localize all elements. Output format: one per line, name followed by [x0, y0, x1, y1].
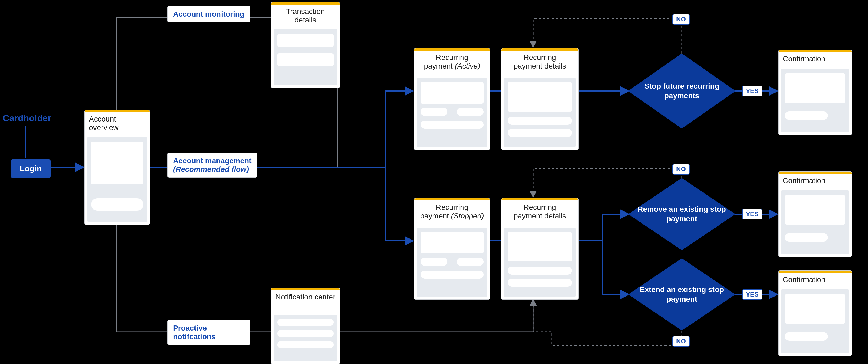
tag-no: NO [673, 164, 689, 174]
tag-yes: YES [742, 289, 763, 300]
card-recurring-active: Recurring payment (Active) [414, 48, 490, 150]
step-label: Proactive notifcations [173, 324, 216, 341]
decision-label: Stop future recurring payments [628, 54, 735, 129]
card-title: Recurring payment (Active) [418, 53, 486, 70]
decision-extend-stop: Extend an existing stop payment [628, 258, 735, 331]
decision-label: Remove an existing stop payment [628, 178, 735, 250]
tag-yes: YES [742, 209, 763, 220]
decision-stop-future: Stop future recurring payments [628, 54, 735, 129]
card-recurring-details-bottom: Recurringpayment details [501, 198, 579, 300]
card-transaction-details: Transaction details [271, 2, 340, 88]
card-accent [85, 110, 150, 112]
card-recurring-details-top: Recurringpayment details [501, 48, 579, 150]
flow-diagram: Cardholder Login Account overview Accoun… [0, 0, 868, 364]
decision-remove-stop: Remove an existing stop payment [628, 178, 735, 250]
card-recurring-stopped: Recurring payment (Stopped) [414, 198, 490, 300]
card-title: Confirmation [783, 275, 847, 284]
login-node: Login [11, 159, 51, 178]
card-title: Account overview [89, 115, 146, 132]
card-title: Recurringpayment details [505, 203, 574, 220]
step-label-line1: Account management [173, 157, 252, 165]
card-confirmation-1: Confirmation [778, 49, 852, 135]
card-title: Confirmation [783, 55, 847, 63]
actor-label: Cardholder [3, 112, 51, 124]
tag-no: NO [673, 14, 689, 25]
step-label: Account monitoring [173, 10, 244, 18]
tag-yes: YES [742, 86, 763, 96]
step-proactive-notifications: Proactive notifcations [167, 320, 250, 345]
card-body [87, 137, 147, 222]
step-account-monitoring: Account monitoring [167, 6, 250, 23]
card-title: Recurring payment (Stopped) [418, 203, 486, 220]
decision-label: Extend an existing stop payment [628, 258, 735, 331]
card-confirmation-3: Confirmation [778, 270, 852, 356]
tag-no: NO [673, 336, 689, 346]
step-account-management: Account management (Recommended flow) [167, 153, 257, 178]
card-account-overview: Account overview [84, 110, 150, 225]
card-title: Transaction details [275, 7, 336, 24]
card-notification-center: Notification center [271, 288, 340, 364]
card-confirmation-2: Confirmation [778, 171, 852, 257]
card-title: Recurringpayment details [505, 53, 574, 70]
step-label-line2: (Recommended flow) [173, 165, 249, 173]
card-title: Confirmation [783, 176, 847, 185]
card-title: Notification center [275, 293, 336, 301]
